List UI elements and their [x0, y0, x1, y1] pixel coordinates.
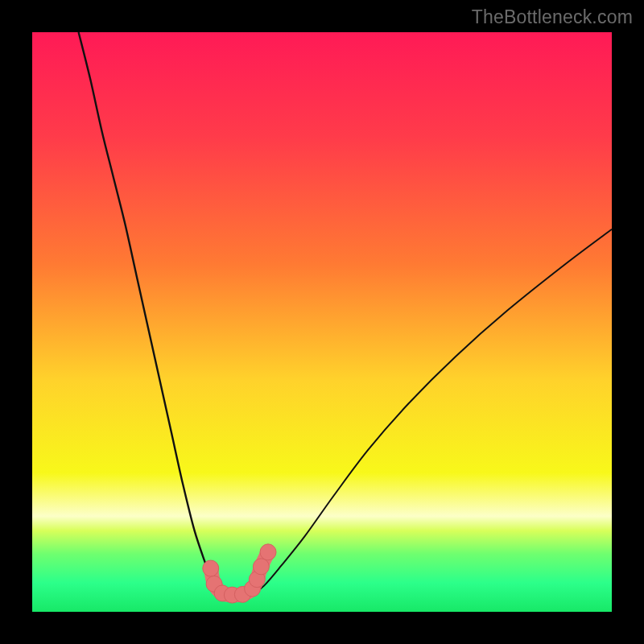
watermark-label: TheBottleneck.com	[472, 6, 633, 28]
valley-marker	[203, 560, 219, 576]
chart-svg	[32, 32, 612, 612]
valley-marker	[260, 544, 276, 560]
valley-marker	[253, 559, 269, 575]
chart-frame: TheBottleneck.com	[0, 0, 644, 644]
right-curve	[253, 229, 612, 595]
left-curve	[79, 32, 224, 594]
